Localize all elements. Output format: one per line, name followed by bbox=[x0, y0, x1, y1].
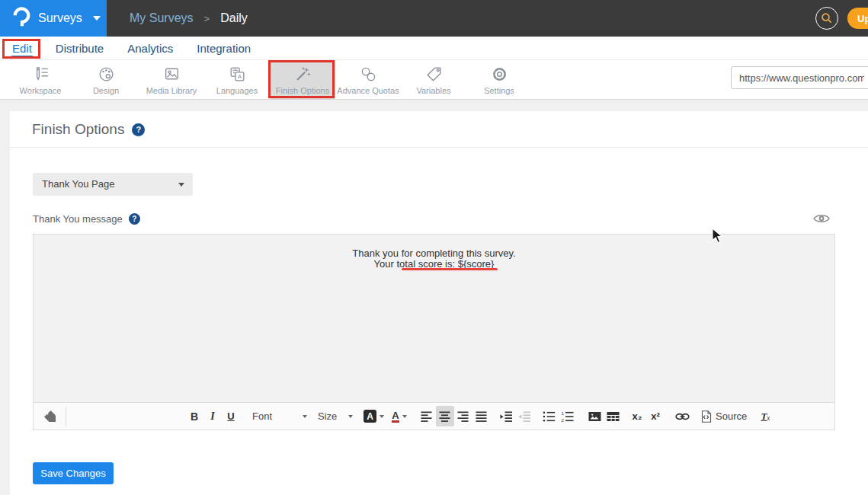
page-title-row: Finish Options ? bbox=[32, 121, 145, 138]
editor-content[interactable]: Thank you for completing this survey. Yo… bbox=[34, 235, 834, 402]
message-label: Thank You message bbox=[33, 213, 123, 225]
breadcrumb-separator: > bbox=[204, 13, 210, 24]
search-icon bbox=[821, 12, 833, 24]
table-icon bbox=[607, 410, 620, 423]
languages-icon: A bbox=[228, 65, 247, 84]
help-icon[interactable]: ? bbox=[129, 213, 140, 225]
align-justify-icon bbox=[476, 410, 488, 423]
align-left-icon bbox=[421, 410, 434, 423]
bullet-list-icon bbox=[543, 410, 556, 423]
editor-line1: Thank you for completing this survey. bbox=[34, 248, 834, 259]
indent-decrease-icon bbox=[518, 410, 531, 423]
breadcrumb: My Surveys > Daily bbox=[130, 0, 248, 37]
align-justify-button[interactable] bbox=[472, 406, 491, 426]
message-editor: Thank you for completing this survey. Yo… bbox=[33, 234, 835, 430]
tab-distribute[interactable]: Distribute bbox=[55, 39, 104, 57]
breadcrumb-current: Daily bbox=[220, 11, 248, 25]
workspace-icon bbox=[31, 65, 50, 84]
font-dropdown[interactable]: Font bbox=[251, 406, 309, 426]
chevron-down-icon bbox=[402, 415, 407, 418]
toolbar-separator bbox=[66, 407, 66, 426]
size-dropdown[interactable]: Size bbox=[316, 406, 354, 426]
toolbar-item-advance-quotas[interactable]: Advance Quotas bbox=[335, 60, 401, 99]
annotation-underline-score bbox=[402, 268, 498, 270]
breadcrumb-my-surveys[interactable]: My Surveys bbox=[130, 11, 194, 25]
tab-analytics[interactable]: Analytics bbox=[127, 39, 174, 57]
preview-button[interactable] bbox=[812, 212, 831, 228]
svg-text:1: 1 bbox=[561, 410, 564, 415]
tab-integration[interactable]: Integration bbox=[196, 39, 251, 57]
insert-image-button[interactable] bbox=[585, 406, 604, 426]
align-right-button[interactable] bbox=[454, 406, 472, 426]
italic-button[interactable]: I bbox=[203, 406, 222, 426]
remove-format-button[interactable]: Tₓ bbox=[756, 406, 774, 426]
eye-icon bbox=[812, 212, 831, 225]
insert-table-button[interactable] bbox=[604, 406, 622, 426]
chevron-down-icon bbox=[348, 415, 353, 418]
media-library-icon bbox=[162, 65, 181, 84]
toolbar-item-settings[interactable]: Settings bbox=[466, 60, 532, 99]
underline-button[interactable]: U bbox=[222, 406, 240, 426]
source-document-icon bbox=[701, 410, 712, 423]
questionpro-logo bbox=[12, 7, 30, 30]
toolbar-item-design[interactable]: Design bbox=[73, 60, 139, 99]
chevron-down-icon bbox=[380, 415, 384, 418]
editor-toolbar: B I U Font Size A A bbox=[34, 402, 834, 430]
tag-icon bbox=[43, 410, 57, 423]
message-label-row: Thank You message ? bbox=[33, 213, 140, 225]
toolbar-item-variables[interactable]: Variables bbox=[401, 60, 466, 99]
upgrade-label: Up bbox=[857, 13, 868, 24]
bold-button[interactable]: B bbox=[185, 406, 203, 426]
settings-icon bbox=[490, 65, 509, 84]
help-icon[interactable]: ? bbox=[132, 123, 145, 136]
svg-text:A: A bbox=[237, 73, 242, 80]
indent-decrease-button[interactable] bbox=[515, 406, 533, 426]
link-icon bbox=[675, 412, 690, 421]
bullet-list-button[interactable] bbox=[540, 406, 558, 426]
survey-url-input[interactable] bbox=[731, 66, 868, 89]
image-icon bbox=[588, 410, 601, 423]
advance-quotas-icon bbox=[359, 65, 378, 84]
finish-type-dropdown[interactable]: Thank You Page bbox=[33, 173, 193, 196]
top-bar: Surveys My Surveys > Daily Up bbox=[0, 0, 868, 37]
finish-options-icon bbox=[293, 65, 312, 84]
main-tabs: Edit Distribute Analytics Integration bbox=[0, 37, 868, 60]
page-title: Finish Options bbox=[32, 121, 124, 138]
indent-increase-icon bbox=[500, 410, 513, 423]
finish-type-value: Thank You Page bbox=[33, 173, 193, 196]
chevron-down-icon bbox=[303, 415, 307, 418]
insert-variable-button[interactable] bbox=[41, 406, 59, 426]
toolbar-item-finish-options[interactable]: Finish Options bbox=[270, 60, 335, 99]
product-menu[interactable]: Surveys bbox=[0, 0, 107, 37]
upgrade-button[interactable]: Up bbox=[847, 8, 868, 29]
design-icon bbox=[97, 65, 116, 84]
chevron-down-icon bbox=[93, 16, 101, 21]
toolbar-item-languages[interactable]: A Languages bbox=[204, 60, 270, 99]
svg-text:2: 2 bbox=[561, 417, 564, 422]
product-menu-label: Surveys bbox=[38, 11, 82, 25]
divider bbox=[10, 147, 868, 148]
toolbar-item-workspace[interactable]: Workspace bbox=[8, 60, 73, 99]
search-button[interactable] bbox=[815, 7, 838, 30]
source-button[interactable]: Source bbox=[701, 406, 747, 426]
indent-increase-button[interactable] bbox=[497, 406, 515, 426]
align-left-button[interactable] bbox=[418, 406, 436, 426]
tab-edit[interactable]: Edit bbox=[11, 39, 33, 57]
save-changes-button[interactable]: Save Changes bbox=[33, 462, 114, 484]
variables-icon bbox=[424, 65, 444, 84]
numbered-list-icon: 1 2 bbox=[561, 410, 574, 423]
content-panel: Finish Options ? Thank You Page Thank Yo… bbox=[10, 111, 868, 495]
background-color-button[interactable]: A bbox=[364, 406, 384, 426]
align-center-button[interactable] bbox=[436, 406, 454, 426]
toolbar-item-media-library[interactable]: Media Library bbox=[139, 60, 204, 99]
insert-link-button[interactable] bbox=[674, 406, 692, 426]
numbered-list-button[interactable]: 1 2 bbox=[558, 406, 576, 426]
subscript-button[interactable]: x₂ bbox=[628, 406, 646, 426]
text-color-button[interactable]: A bbox=[390, 406, 408, 426]
align-right-icon bbox=[457, 410, 470, 423]
chevron-down-icon bbox=[178, 183, 184, 187]
superscript-button[interactable]: x² bbox=[646, 406, 665, 426]
align-center-icon bbox=[439, 410, 452, 423]
